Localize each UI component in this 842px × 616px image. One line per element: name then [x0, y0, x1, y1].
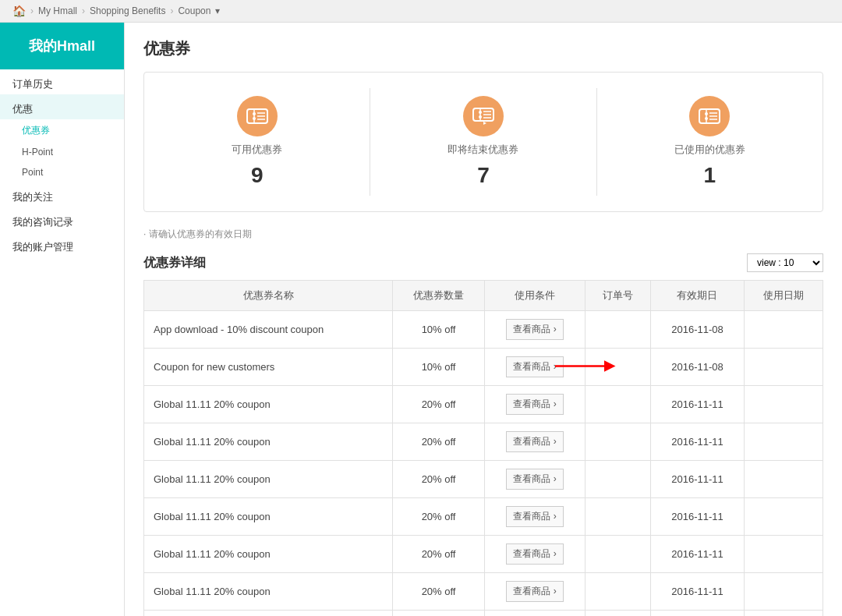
col-header-condition: 使用条件 [485, 281, 586, 311]
cell-condition: 查看商品 [485, 573, 586, 611]
cell-coupon-name: Global 11.11 20% coupon [144, 498, 393, 536]
cell-expiry: 2016-11-08 [650, 311, 744, 349]
cell-order [586, 386, 651, 423]
cell-order [586, 461, 651, 498]
expiring-count: 7 [477, 163, 490, 188]
view-products-button[interactable]: 查看商品 [506, 469, 563, 490]
col-header-order: 订单号 [586, 281, 651, 311]
breadcrumb-dropdown-icon[interactable]: ▾ [215, 5, 220, 16]
cell-qty: 20% off [393, 573, 485, 611]
cell-expiry: 2016-11-11 [650, 386, 744, 423]
sidebar-brand: 我的Hmall [0, 23, 124, 69]
table-row: Global 11.11 20% coupon20% off查看商品2016-1… [144, 573, 823, 611]
cell-used [744, 423, 823, 461]
cell-expiry: 2016-11-08 [650, 349, 744, 386]
summary-expiring: 即将结束优惠券 7 [370, 88, 596, 196]
summary-box: 可用优惠券 9 [143, 72, 823, 212]
sidebar-item-promotions[interactable]: 优惠 [0, 94, 124, 119]
sidebar-item-wishlist[interactable]: 我的关注 [0, 182, 124, 207]
cell-used [744, 536, 823, 573]
cell-expiry: 2016-11-11 [650, 423, 744, 461]
cell-coupon-name: Global 11.11 20% coupon [144, 461, 393, 498]
view-products-button[interactable]: 查看商品 [506, 581, 563, 602]
cell-qty: 20% off [393, 611, 485, 617]
view-products-button[interactable]: 查看商品 [506, 543, 563, 565]
cell-coupon-name: Coupon for new customers [144, 349, 393, 386]
used-label: 已使用的优惠券 [674, 143, 745, 157]
main-layout: 我的Hmall 订单历史 优惠 优惠券 H-Point Point 我的关注 我… [0, 23, 842, 616]
available-count: 9 [251, 163, 264, 188]
breadcrumb-coupon[interactable]: Coupon [178, 5, 210, 16]
breadcrumb-shopping-benefits[interactable]: Shopping Benefits [90, 5, 165, 16]
svg-point-16 [705, 112, 708, 115]
svg-point-9 [479, 111, 482, 114]
cell-coupon-name: Global 11.11 20% coupon [144, 573, 393, 611]
cell-condition: 查看商品 [485, 423, 586, 461]
cell-coupon-name: Global 11.11 20% coupon [144, 536, 393, 573]
view-products-button[interactable]: 查看商品 [506, 431, 563, 452]
cell-order [586, 536, 651, 573]
col-header-name: 优惠券名称 [144, 281, 393, 311]
cell-used [744, 461, 823, 498]
used-coupon-icon [689, 96, 730, 136]
cell-qty: 20% off [393, 386, 485, 423]
main-content: 优惠券 [125, 23, 842, 616]
cell-used [744, 498, 823, 536]
cell-coupon-name: Global 11.11 20% coupon [144, 386, 393, 423]
table-header-row: 优惠券名称 优惠券数量 使用条件 订单号 有效期日 使用日期 [144, 281, 823, 311]
cell-qty: 10% off [393, 349, 485, 386]
cell-coupon-name: Global 11.11 20% coupon [144, 423, 393, 461]
cell-order [586, 573, 651, 611]
cell-qty: 10% off [393, 311, 485, 349]
detail-title: 优惠券详细 [143, 255, 206, 271]
table-row: Global 11.11 20% coupon20% off查看商品2016-1… [144, 611, 823, 617]
home-icon[interactable]: 🏠 [12, 5, 26, 17]
cell-qty: 20% off [393, 423, 485, 461]
sidebar-sub-coupon[interactable]: 优惠券 [0, 119, 124, 142]
cell-condition: 查看商品 [485, 386, 586, 423]
table-row: Coupon for new customers10% off查看商品 2016… [144, 349, 823, 386]
expiry-note: 请确认优惠券的有效日期 [143, 228, 823, 241]
breadcrumb-myhmall[interactable]: My Hmall [38, 5, 77, 16]
cell-used [744, 573, 823, 611]
sidebar-sub-hpoint[interactable]: H-Point [0, 142, 124, 162]
view-select[interactable]: view : 10 view : 20 view : 30 [747, 253, 823, 272]
cell-expiry: 2016-11-11 [650, 536, 744, 573]
cell-order [586, 498, 651, 536]
svg-point-3 [253, 117, 256, 120]
svg-point-2 [253, 112, 256, 115]
cell-coupon-name: App download - 10% discount coupon [144, 311, 393, 349]
cell-condition: 查看商品 [485, 311, 586, 349]
sidebar-item-account[interactable]: 我的账户管理 [0, 232, 124, 257]
cell-qty: 20% off [393, 461, 485, 498]
coupon-table: 优惠券名称 优惠券数量 使用条件 订单号 有效期日 使用日期 App downl… [143, 280, 823, 616]
cell-order [586, 423, 651, 461]
summary-used: 已使用的优惠券 1 [597, 88, 823, 196]
cell-expiry: 2016-11-11 [650, 461, 744, 498]
sidebar-item-order-history[interactable]: 订单历史 [0, 69, 124, 94]
table-row: Global 11.11 20% coupon20% off查看商品2016-1… [144, 498, 823, 536]
view-products-button[interactable]: 查看商品 [506, 319, 563, 340]
table-row: Global 11.11 20% coupon20% off查看商品2016-1… [144, 536, 823, 573]
table-row: Global 11.11 20% coupon20% off查看商品2016-1… [144, 423, 823, 461]
cell-used [744, 311, 823, 349]
cell-qty: 20% off [393, 498, 485, 536]
cell-expiry: 2016-11-11 [650, 498, 744, 536]
summary-available: 可用优惠券 9 [144, 88, 370, 196]
cell-expiry: 2016-11-11 [650, 573, 744, 611]
breadcrumb: 🏠 › My Hmall › Shopping Benefits › Coupo… [0, 0, 842, 23]
table-row: Global 11.11 20% coupon20% off查看商品2016-1… [144, 461, 823, 498]
sidebar-sub-point[interactable]: Point [0, 162, 124, 182]
cell-condition: 查看商品 [485, 461, 586, 498]
cell-condition: 查看商品 [485, 536, 586, 573]
col-header-expiry: 有效期日 [650, 281, 744, 311]
sidebar-item-inquiry[interactable]: 我的咨询记录 [0, 207, 124, 232]
cell-qty: 20% off [393, 536, 485, 573]
cell-condition: 查看商品 [485, 498, 586, 536]
col-header-used: 使用日期 [744, 281, 823, 311]
view-products-button[interactable]: 查看商品 [506, 394, 563, 415]
cell-order [586, 311, 651, 349]
cell-condition: 查看商品 [485, 349, 586, 386]
view-products-button[interactable]: 查看商品 [506, 506, 563, 527]
svg-point-10 [479, 115, 482, 119]
